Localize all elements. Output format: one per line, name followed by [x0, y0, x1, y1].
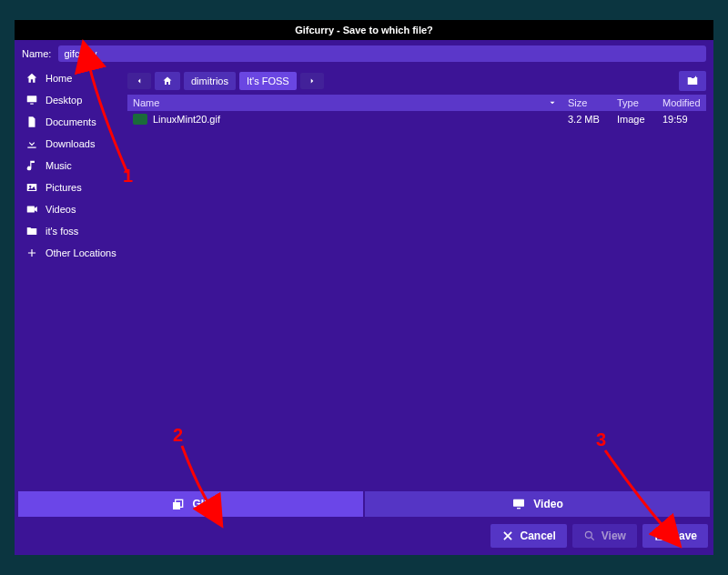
- sidebar-item-label: Music: [46, 160, 72, 171]
- sidebar-item-label: Other Locations: [46, 247, 116, 258]
- sidebar-item-label: Home: [46, 73, 72, 84]
- format-gif-button[interactable]: GIF: [18, 491, 363, 517]
- file-modified: 19:59: [657, 111, 706, 127]
- svg-rect-10: [657, 531, 662, 534]
- home-icon: [25, 72, 38, 85]
- sidebar-item-folder[interactable]: it's foss: [18, 220, 124, 242]
- format-video-button[interactable]: Video: [365, 491, 710, 517]
- view-label: View: [602, 530, 626, 542]
- sidebar-item-label: Documents: [46, 116, 96, 127]
- path-segment[interactable]: It's FOSS: [239, 72, 297, 90]
- filename-input[interactable]: [58, 45, 706, 62]
- filename-label: Name:: [22, 48, 51, 59]
- music-icon: [25, 159, 38, 172]
- col-header-type[interactable]: Type: [612, 95, 657, 111]
- cancel-button[interactable]: Cancel: [490, 524, 566, 548]
- sidebar-item-label: Downloads: [46, 138, 95, 149]
- magnify-icon: [583, 530, 596, 542]
- format-gif-label: GIF: [193, 498, 211, 510]
- file-thumbnail-icon: [133, 114, 147, 125]
- file-name: LinuxMint20.gif: [153, 114, 220, 125]
- sidebar-item-documents[interactable]: Documents: [18, 111, 124, 133]
- title-text: Gifcurry - Save to which file?: [295, 25, 433, 35]
- close-icon: [501, 530, 514, 542]
- cancel-label: Cancel: [520, 530, 555, 542]
- sidebar-item-pictures[interactable]: Pictures: [18, 177, 124, 198]
- content-area: dimitrios It's FOSS Name Size T: [124, 67, 710, 489]
- path-segment[interactable]: dimitrios: [184, 72, 236, 90]
- documents-icon: [25, 116, 38, 128]
- titlebar: Gifcurry - Save to which file?: [15, 20, 713, 40]
- sidebar-item-music[interactable]: Music: [18, 155, 124, 177]
- save-button[interactable]: Save: [642, 524, 708, 548]
- filename-row: Name:: [15, 40, 713, 67]
- save-label: Save: [672, 530, 697, 542]
- folder-icon: [25, 225, 38, 237]
- col-header-size[interactable]: Size: [562, 95, 612, 111]
- sidebar-item-label: Desktop: [46, 95, 82, 106]
- nav-back-button[interactable]: [127, 73, 151, 89]
- format-video-label: Video: [533, 498, 562, 510]
- svg-rect-0: [27, 96, 37, 102]
- svg-rect-1: [30, 104, 34, 105]
- file-type: Image: [612, 111, 657, 127]
- svg-rect-7: [513, 499, 524, 507]
- sort-indicator-icon: [548, 98, 557, 107]
- svg-point-3: [29, 186, 31, 187]
- monitor-icon: [511, 497, 526, 511]
- sidebar-item-videos[interactable]: Videos: [18, 198, 124, 220]
- desktop-icon: [25, 94, 38, 106]
- pathbar: dimitrios It's FOSS: [127, 71, 706, 91]
- sidebar-item-downloads[interactable]: Downloads: [18, 133, 124, 155]
- videos-icon: [25, 203, 38, 216]
- file-row[interactable]: LinuxMint20.gif 3.2 MB Image 19:59: [127, 111, 706, 127]
- col-header-modified[interactable]: Modified: [657, 95, 706, 111]
- svg-rect-11: [657, 537, 662, 540]
- sidebar-item-label: Pictures: [46, 182, 82, 193]
- downloads-icon: [25, 137, 38, 150]
- pictures-icon: [25, 181, 38, 194]
- new-folder-button[interactable]: [679, 71, 706, 91]
- sidebar-item-desktop[interactable]: Desktop: [18, 89, 124, 111]
- sidebar-item-label: it's foss: [46, 226, 78, 237]
- file-list: LinuxMint20.gif 3.2 MB Image 19:59: [127, 111, 706, 486]
- format-row: GIF Video: [15, 491, 713, 517]
- sidebar-item-other-locations[interactable]: Other Locations: [18, 242, 124, 264]
- save-icon: [653, 530, 666, 542]
- plus-icon: [25, 247, 38, 259]
- sidebar-item-label: Videos: [46, 204, 76, 215]
- sidebar-item-home[interactable]: Home: [18, 67, 124, 89]
- view-button[interactable]: View: [572, 524, 637, 548]
- stack-icon: [171, 497, 186, 511]
- action-row: Cancel View Save: [15, 517, 713, 555]
- path-home-button[interactable]: [155, 72, 180, 90]
- file-size: 3.2 MB: [562, 111, 612, 127]
- places-sidebar: Home Desktop Documents Downloads: [18, 67, 124, 489]
- save-dialog: Gifcurry - Save to which file? Name: Hom…: [15, 20, 713, 555]
- svg-point-9: [585, 531, 592, 538]
- svg-rect-5: [173, 502, 180, 509]
- col-header-name[interactable]: Name: [127, 95, 562, 111]
- main-area: Home Desktop Documents Downloads: [15, 67, 713, 489]
- svg-rect-4: [27, 207, 35, 213]
- svg-rect-8: [517, 508, 521, 509]
- file-list-headers: Name Size Type Modified: [127, 95, 706, 111]
- nav-forward-button[interactable]: [300, 73, 324, 89]
